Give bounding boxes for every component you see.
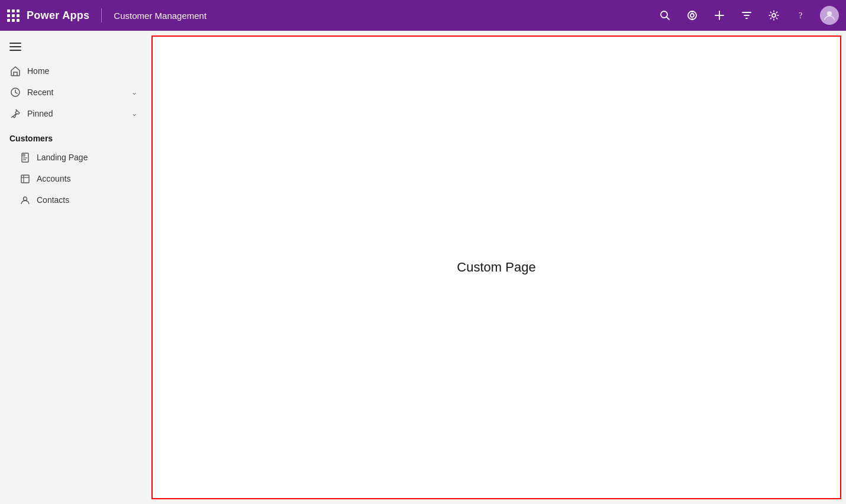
topbar: Power Apps Customer Management [0,0,846,31]
sidebar-item-accounts[interactable]: Accounts [0,168,147,189]
recent-label: Recent [27,88,125,97]
sidebar-item-home[interactable]: Home [0,60,147,82]
svg-point-2 [688,11,696,20]
custom-page-label: Custom Page [457,260,535,275]
accounts-icon [19,173,31,185]
search-icon[interactable] [657,7,673,24]
accounts-label: Accounts [37,174,137,183]
content-area: Custom Page [147,31,846,504]
home-label: Home [27,66,137,76]
pinned-chevron-icon: ⌄ [131,109,137,118]
target-icon[interactable] [684,7,700,24]
filter-icon[interactable] [738,7,755,24]
svg-text:?: ? [799,11,802,20]
add-icon[interactable] [711,7,728,24]
sidebar-item-contacts[interactable]: Contacts [0,189,147,211]
main-layout: Home Recent ⌄ Pinned ⌄ [0,31,846,504]
svg-line-12 [11,116,13,118]
user-avatar[interactable] [820,6,839,25]
pinned-label: Pinned [27,109,125,118]
help-icon[interactable]: ? [793,7,809,24]
sidebar-item-pinned[interactable]: Pinned ⌄ [0,103,147,124]
waffle-icon[interactable] [7,9,20,22]
svg-rect-14 [23,154,25,156]
sidebar-item-recent[interactable]: Recent ⌄ [0,82,147,103]
landing-page-label: Landing Page [37,153,137,162]
topbar-left: Power Apps Customer Management [7,8,657,22]
svg-point-3 [690,14,694,17]
hamburger-icon [9,43,21,51]
svg-rect-17 [21,175,29,183]
topbar-right: ? [657,6,839,25]
content-frame: Custom Page [151,35,841,499]
hamburger-button[interactable] [0,38,147,56]
topbar-divider [101,8,102,22]
landing-page-icon [19,151,31,163]
recent-chevron-icon: ⌄ [131,88,137,96]
app-name: Power Apps [27,9,89,22]
svg-line-1 [667,17,670,20]
home-icon [9,65,21,77]
svg-point-20 [23,197,27,201]
contacts-label: Contacts [37,195,137,205]
app-title: Customer Management [114,11,206,21]
customers-section-header: Customers [0,124,147,147]
pinned-icon [9,108,21,119]
recent-icon [9,86,21,98]
settings-icon[interactable] [766,7,782,24]
svg-point-8 [772,14,776,17]
contacts-icon [19,194,31,206]
svg-point-10 [827,11,832,16]
sidebar: Home Recent ⌄ Pinned ⌄ [0,31,147,504]
sidebar-item-landing-page[interactable]: Landing Page [0,147,147,168]
